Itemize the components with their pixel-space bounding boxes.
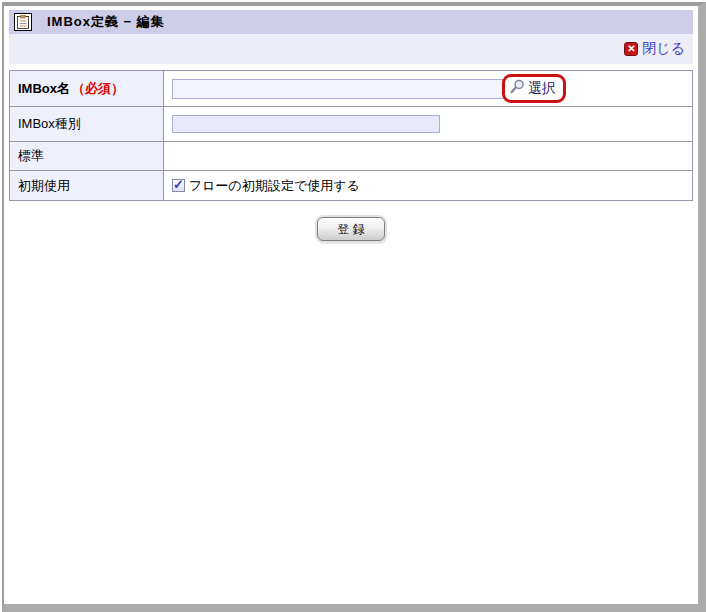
imbox-type-value-cell xyxy=(164,107,693,142)
initial-use-value-cell: ✓ フローの初期設定で使用する xyxy=(164,171,693,201)
select-highlight-annotation: 選択 xyxy=(502,74,566,103)
close-bar: ✕ 閉じる xyxy=(9,34,693,64)
standard-label: 標準 xyxy=(18,148,44,163)
window-content: IMBox定義 − 編集 ✕ 閉じる IMBox名（必須） xyxy=(4,6,698,245)
table-row-initial-use: 初期使用 ✓ フローの初期設定で使用する xyxy=(10,171,693,201)
imbox-name-value-cell: 選択 xyxy=(164,71,693,107)
initial-use-label-cell: 初期使用 xyxy=(10,171,164,201)
close-link[interactable]: ✕ 閉じる xyxy=(624,40,685,58)
standard-label-cell: 標準 xyxy=(10,142,164,171)
form-actions: 登 録 xyxy=(9,217,693,241)
window-frame: IMBox定義 − 編集 ✕ 閉じる IMBox名（必須） xyxy=(2,2,706,612)
select-link[interactable]: 選択 xyxy=(528,80,556,98)
title-bar: IMBox定義 − 編集 xyxy=(9,10,693,34)
table-row-imbox-type: IMBox種別 xyxy=(10,107,693,142)
imbox-name-input[interactable] xyxy=(172,79,505,99)
required-badge: （必須） xyxy=(72,81,124,96)
imbox-name-label-cell: IMBox名（必須） xyxy=(10,71,164,107)
imbox-type-label: IMBox種別 xyxy=(18,116,81,131)
close-icon: ✕ xyxy=(624,42,638,56)
imbox-type-input xyxy=(172,115,440,133)
initial-use-checkbox[interactable]: ✓ xyxy=(172,179,185,192)
standard-value-cell xyxy=(164,142,693,171)
checkmark-icon: ✓ xyxy=(173,178,184,191)
magnifier-icon xyxy=(509,79,525,98)
table-row-standard: 標準 xyxy=(10,142,693,171)
clipboard-icon xyxy=(14,13,32,31)
initial-use-label: 初期使用 xyxy=(18,178,70,193)
register-button[interactable]: 登 録 xyxy=(317,217,385,241)
imbox-type-label-cell: IMBox種別 xyxy=(10,107,164,142)
close-link-label: 閉じる xyxy=(642,40,685,58)
page-title: IMBox定義 − 編集 xyxy=(47,13,165,31)
table-row-imbox-name: IMBox名（必須） 選択 xyxy=(10,71,693,107)
initial-use-checkbox-label: フローの初期設定で使用する xyxy=(189,177,360,195)
imbox-edit-form-table: IMBox名（必須） 選択 xyxy=(9,70,693,201)
imbox-name-label: IMBox名 xyxy=(18,81,70,96)
